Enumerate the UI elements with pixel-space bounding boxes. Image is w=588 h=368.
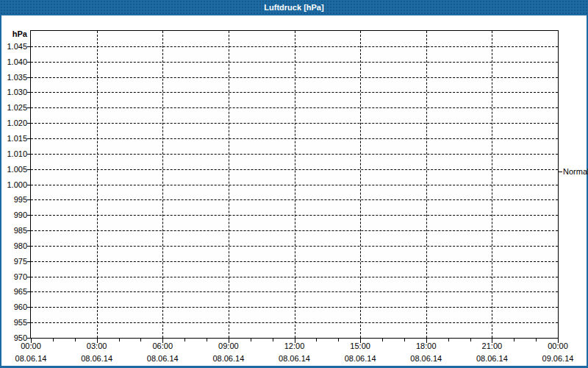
x-date-label: 08.06.14 [404, 353, 448, 364]
x-date-label: 08.06.14 [273, 353, 317, 364]
y-axis-tick [27, 154, 30, 155]
x-minor-tick [251, 339, 251, 342]
x-time-label: 00:00 [9, 341, 53, 351]
x-minor-tick [338, 339, 339, 342]
plot-area [30, 30, 559, 339]
x-minor-tick [140, 339, 141, 342]
y-axis-tick [27, 138, 30, 139]
y-axis-unit-label: hPa [0, 29, 27, 39]
y-axis-tick [27, 307, 30, 308]
y-axis-tick [27, 215, 30, 216]
y-tick-label: 1.030 [0, 87, 27, 97]
y-axis-tick [27, 185, 30, 185]
x-date-label: 09.06.14 [536, 353, 580, 364]
v-gridline [360, 31, 361, 338]
x-time-label: 21:00 [470, 341, 514, 351]
y-tick-label: 1.000 [0, 180, 27, 190]
y-tick-label: 1.040 [0, 57, 27, 67]
v-gridline [426, 31, 427, 338]
x-minor-tick [184, 339, 185, 342]
x-minor-tick [316, 339, 317, 342]
x-date-label: 08.06.14 [207, 353, 251, 364]
x-minor-tick [273, 339, 273, 342]
pressure-chart-panel: Luftdruck [hPa] hPa 95095596096597097598… [0, 0, 588, 368]
y-axis-tick [27, 92, 30, 93]
x-minor-tick [514, 339, 514, 342]
y-axis-tick [27, 107, 30, 108]
y-tick-label: 1.035 [0, 72, 27, 82]
y-axis-tick [27, 77, 30, 78]
normal-marker-tick [559, 171, 562, 172]
v-gridline [229, 31, 229, 338]
v-gridline [295, 31, 295, 338]
x-date-label: 08.06.14 [140, 353, 184, 364]
v-gridline [162, 31, 163, 338]
y-axis-tick [27, 322, 30, 323]
y-tick-label: 965 [0, 286, 27, 297]
x-date-label: 08.06.14 [338, 353, 382, 364]
y-tick-label: 1.005 [0, 164, 27, 174]
x-minor-tick [53, 339, 54, 342]
x-time-label: 18:00 [404, 341, 448, 351]
x-time-label: 15:00 [338, 341, 382, 351]
y-tick-label: 990 [0, 210, 27, 220]
x-time-label: 06:00 [140, 341, 184, 351]
x-minor-tick [470, 339, 471, 342]
v-gridline [97, 31, 98, 338]
y-tick-label: 985 [0, 225, 27, 236]
y-tick-label: 970 [0, 272, 27, 282]
x-date-label: 08.06.14 [75, 353, 119, 364]
x-minor-tick [207, 339, 207, 342]
y-axis-tick [27, 123, 30, 124]
x-minor-tick [119, 339, 120, 342]
x-minor-tick [75, 339, 76, 342]
y-axis-tick [27, 199, 30, 200]
y-tick-label: 975 [0, 256, 27, 266]
y-tick-label: 955 [0, 317, 27, 328]
y-tick-label: 1.045 [0, 41, 27, 52]
x-time-label: 09:00 [207, 341, 251, 351]
x-date-label: 08.06.14 [9, 353, 53, 364]
y-axis-tick [27, 230, 30, 231]
frame-left-border [0, 15, 1, 368]
y-axis-tick [27, 169, 30, 170]
x-minor-tick [404, 339, 405, 342]
x-minor-tick [536, 339, 537, 342]
y-tick-label: 1.025 [0, 102, 27, 113]
chart-title: Luftdruck [hPa] [264, 3, 323, 12]
x-time-label: 00:00 [536, 341, 580, 351]
y-axis-tick [27, 291, 30, 292]
y-tick-label: 1.010 [0, 149, 27, 159]
x-minor-tick [448, 339, 449, 342]
x-time-label: 03:00 [75, 341, 119, 351]
y-axis-tick [27, 277, 30, 277]
y-tick-label: 980 [0, 241, 27, 251]
y-tick-label: 995 [0, 194, 27, 205]
v-gridline [492, 31, 492, 338]
y-axis-tick [27, 62, 30, 63]
x-minor-tick [382, 339, 383, 342]
y-tick-label: 1.020 [0, 118, 27, 128]
x-date-label: 08.06.14 [470, 353, 514, 364]
title-bar: Luftdruck [hPa] [0, 0, 588, 15]
y-axis-tick [27, 46, 30, 47]
normal-marker-label: Normal [563, 166, 588, 177]
y-tick-label: 1.015 [0, 133, 27, 144]
y-axis-tick [27, 246, 30, 247]
y-tick-label: 960 [0, 302, 27, 312]
x-time-label: 12:00 [273, 341, 317, 351]
y-axis-tick [27, 338, 30, 339]
y-axis-tick [27, 261, 30, 262]
